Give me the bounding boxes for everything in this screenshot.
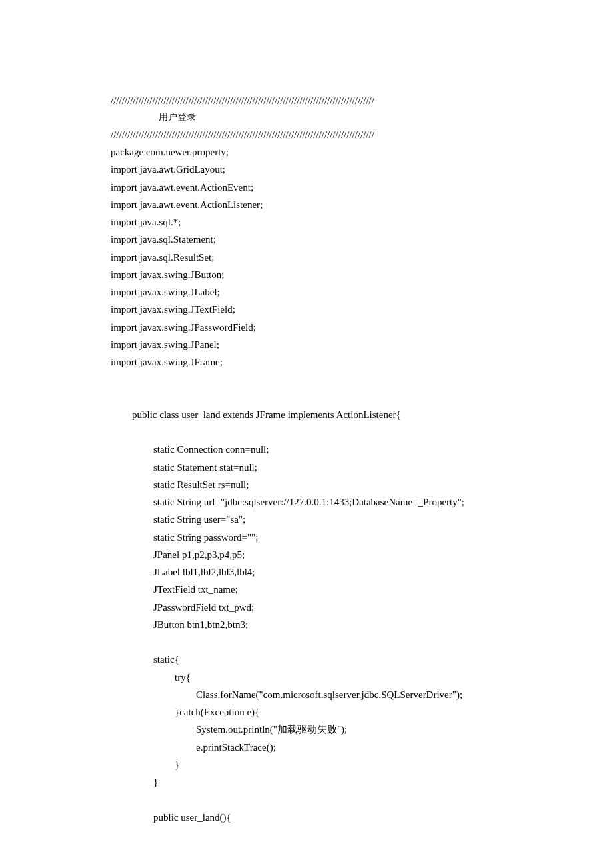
code-line: import java.awt.event.ActionEvent; <box>111 179 613 196</box>
code-line: import java.awt.GridLayout; <box>111 161 613 178</box>
code-line: static{ <box>111 651 613 668</box>
code-line: ////////////////////////////////////////… <box>111 126 613 143</box>
code-line: public class user_land extends JFrame im… <box>111 406 613 423</box>
code-line: import javax.swing.JLabel; <box>111 283 613 301</box>
code-line: JLabel lbl1,lbl2,lbl3,lbl4; <box>111 563 613 581</box>
code-line: e.printStackTrace(); <box>111 739 613 756</box>
code-line: static String password=""; <box>111 529 613 546</box>
code-line: import javax.swing.JFrame; <box>111 353 613 371</box>
code-line: public user_land(){ <box>111 809 613 826</box>
code-line: import javax.swing.JTextField; <box>111 301 613 318</box>
code-line <box>111 423 613 441</box>
code-line: try{ <box>111 669 613 686</box>
code-line: import java.sql.*; <box>111 213 613 231</box>
code-line <box>111 389 613 406</box>
code-line: JPasswordField txt_pwd; <box>111 599 613 616</box>
code-line: }catch(Exception e){ <box>111 703 613 721</box>
code-line: System.out.println("加载驱动失败"); <box>111 721 613 738</box>
code-line: package com.newer.property; <box>111 143 613 161</box>
code-line: Class.forName("com.microsoft.sqlserver.j… <box>111 686 613 703</box>
code-line: } <box>111 773 613 791</box>
code-line: import java.sql.Statement; <box>111 231 613 248</box>
code-line: JButton btn1,btn2,btn3; <box>111 616 613 633</box>
code-line: import javax.swing.JPasswordField; <box>111 319 613 336</box>
code-line: import javax.swing.JButton; <box>111 266 613 283</box>
code-line: import java.sql.ResultSet; <box>111 249 613 266</box>
code-line: static ResultSet rs=null; <box>111 476 613 493</box>
code-line: JTextField txt_name; <box>111 581 613 598</box>
code-line: static Connection conn=null; <box>111 441 613 458</box>
code-line: static String url="jdbc:sqlserver://127.… <box>111 493 613 511</box>
code-line <box>111 371 613 388</box>
code-line: JPanel p1,p2,p3,p4,p5; <box>111 546 613 563</box>
code-line: } <box>111 756 613 773</box>
code-line: 用户登录 <box>111 109 613 126</box>
code-line: import java.awt.event.ActionListener; <box>111 196 613 213</box>
code-line: import javax.swing.JPanel; <box>111 336 613 353</box>
code-line: static String user="sa"; <box>111 511 613 528</box>
code-line: ////////////////////////////////////////… <box>111 92 613 109</box>
code-line <box>111 633 613 651</box>
code-line: static Statement stat=null; <box>111 459 613 476</box>
document-page: ////////////////////////////////////////… <box>0 0 613 868</box>
code-line <box>111 791 613 808</box>
